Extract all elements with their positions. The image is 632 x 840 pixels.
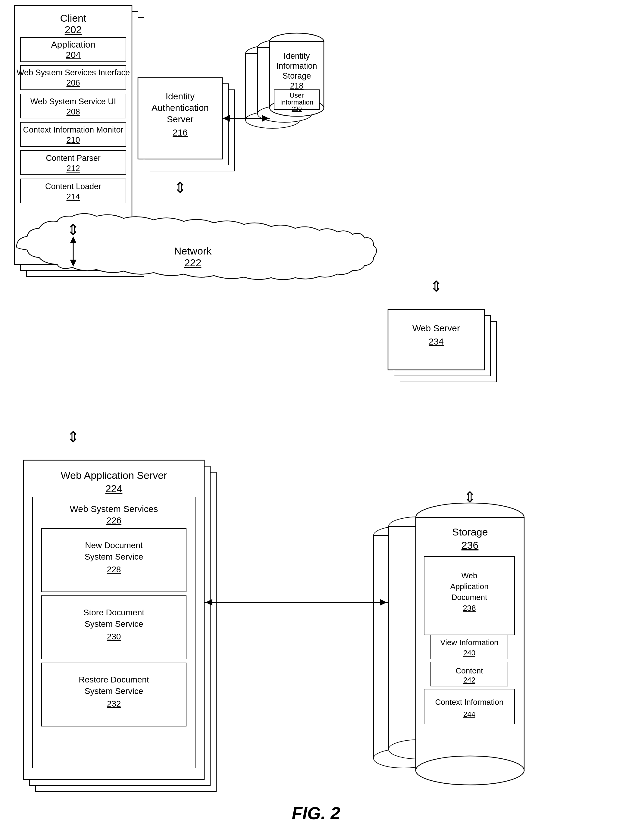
svg-text:Web Server: Web Server [412,323,460,333]
diagram: Client 202 Application 204 Web System Se… [0,0,632,840]
svg-text:Client: Client [60,13,87,24]
svg-text:228: 228 [107,565,121,574]
svg-text:Web System Services: Web System Services [70,504,158,514]
svg-text:Context Information Monitor: Context Information Monitor [23,125,123,134]
svg-text:Web System Service UI: Web System Service UI [30,97,116,106]
svg-text:Network: Network [174,245,212,257]
svg-text:Information: Information [280,98,313,106]
svg-text:Storage: Storage [452,526,488,538]
svg-text:⇕: ⇕ [464,489,476,506]
svg-text:System Service: System Service [85,552,144,561]
svg-text:Context Information: Context Information [435,698,504,707]
svg-text:Document: Document [452,593,487,602]
svg-text:202: 202 [65,24,82,35]
svg-rect-104 [424,689,515,724]
svg-text:236: 236 [461,539,479,551]
svg-text:Identity: Identity [166,91,195,101]
svg-text:Store Document: Store Document [84,608,145,617]
svg-text:Restore Document: Restore Document [79,675,149,684]
svg-text:Storage: Storage [283,71,311,81]
svg-text:232: 232 [107,699,121,708]
svg-text:244: 244 [463,710,476,718]
svg-text:226: 226 [106,515,122,525]
svg-text:224: 224 [106,483,123,494]
svg-text:Identity: Identity [283,52,310,60]
svg-text:Application: Application [450,582,488,591]
svg-text:Web System Services Interface: Web System Services Interface [17,68,130,77]
svg-text:⇕: ⇕ [174,179,186,196]
svg-text:Web: Web [461,571,477,580]
svg-text:222: 222 [184,257,202,268]
svg-text:204: 204 [66,50,81,60]
svg-text:Web Application Server: Web Application Server [61,469,167,481]
svg-text:Application: Application [51,39,95,49]
svg-text:User: User [290,92,303,99]
svg-text:210: 210 [66,136,80,145]
svg-text:216: 216 [172,127,188,137]
svg-text:Information: Information [276,62,317,71]
svg-text:System Service: System Service [85,687,144,696]
svg-text:238: 238 [463,603,476,613]
svg-point-90 [416,756,524,785]
svg-text:Content Parser: Content Parser [46,153,101,163]
svg-text:Content: Content [455,666,483,675]
svg-text:⇕: ⇕ [67,429,79,445]
svg-text:New Document: New Document [85,541,143,550]
svg-text:230: 230 [107,632,121,641]
svg-text:212: 212 [66,164,80,173]
svg-text:234: 234 [429,336,444,346]
svg-text:Content Loader: Content Loader [45,182,101,191]
svg-text:FIG. 2: FIG. 2 [292,803,340,823]
svg-text:240: 240 [463,649,476,657]
svg-text:220: 220 [292,106,302,112]
svg-text:Authentication: Authentication [152,103,209,113]
svg-text:206: 206 [66,78,80,87]
svg-text:System Service: System Service [85,619,144,628]
svg-text:⇕: ⇕ [430,278,442,295]
svg-text:208: 208 [66,107,80,116]
svg-text:Server: Server [167,114,193,124]
svg-text:View Information: View Information [440,638,498,647]
svg-text:214: 214 [66,192,80,201]
svg-text:218: 218 [290,81,303,90]
svg-text:⇕: ⇕ [67,221,79,238]
svg-text:242: 242 [463,676,476,684]
